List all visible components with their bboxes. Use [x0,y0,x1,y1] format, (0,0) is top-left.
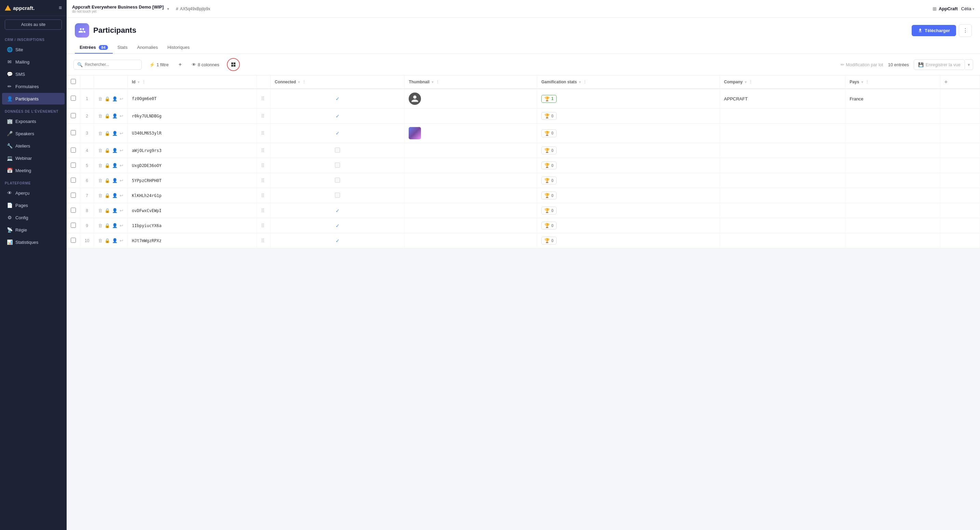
col-gamification-filter-icon[interactable]: ⋮ [583,80,587,84]
history-icon[interactable]: ↩ [119,178,123,183]
row-grid-dots[interactable]: ⠿ [257,109,270,124]
download-button[interactable]: Télécharger [912,25,956,36]
user-icon[interactable]: 👤 [112,238,118,243]
select-all-checkbox[interactable] [71,79,76,84]
columns-button[interactable]: 👁 8 colonnes [189,60,222,69]
history-icon[interactable]: ↩ [119,131,123,136]
delete-icon[interactable]: 🗑 [98,96,102,102]
row-checkbox[interactable] [71,238,76,243]
row-checkbox[interactable] [71,208,76,213]
pays-sort-icon[interactable]: ▼ [861,80,864,84]
save-view-button[interactable]: 💾 Enregistrer la vue [914,59,965,70]
hamburger-button[interactable]: ≡ [59,5,62,11]
filter-button[interactable]: ⚡ 1 filtre [146,60,171,69]
delete-icon[interactable]: 🗑 [98,148,102,153]
user-icon[interactable]: 👤 [112,113,118,119]
save-view-chevron[interactable]: ▾ [965,59,973,70]
col-company-filter-icon[interactable]: ⋮ [749,80,752,84]
tab-historiques[interactable]: Historiques [163,42,194,54]
row-grid-dots[interactable]: ⠿ [257,143,270,158]
delete-icon[interactable]: 🗑 [98,131,102,136]
lock-icon[interactable]: 🔒 [105,113,110,119]
user-icon[interactable]: 👤 [112,131,118,136]
user-icon[interactable]: 👤 [112,208,118,213]
lock-icon[interactable]: 🔒 [105,96,110,102]
col-thumbnail-filter-icon[interactable]: ⋮ [436,80,439,84]
sidebar-item-exposants[interactable]: 🏢 Exposants [2,116,65,127]
topbar-project-dropdown[interactable]: ▾ [167,6,169,11]
sidebar-item-site[interactable]: 🌐 Site [2,44,65,56]
sidebar-item-formulaires[interactable]: ✏ Formulaires [2,81,65,92]
sidebar-item-webinar[interactable]: 💻 Webinar [2,152,65,164]
row-checkbox[interactable] [71,148,76,152]
connected-checkbox[interactable] [335,193,340,198]
add-column-button[interactable]: + [176,60,184,69]
more-options-button[interactable]: ⋮ [959,24,972,37]
user-icon[interactable]: 👤 [112,223,118,228]
row-checkbox[interactable] [71,130,76,135]
grid-view-button[interactable] [227,58,240,71]
search-box[interactable]: 🔍 [73,60,142,70]
access-site-button[interactable]: Accès au site [5,19,62,30]
col-id-filter-icon[interactable]: ⋮ [142,80,146,84]
col-connected-filter-icon[interactable]: ⋮ [302,80,306,84]
row-checkbox[interactable] [71,163,76,168]
lock-icon[interactable]: 🔒 [105,193,110,198]
row-grid-dots[interactable]: ⠿ [257,188,270,203]
row-grid-dots[interactable]: ⠿ [257,233,270,248]
delete-icon[interactable]: 🗑 [98,193,102,198]
lock-icon[interactable]: 🔒 [105,238,110,243]
row-checkbox[interactable] [71,95,76,101]
row-checkbox[interactable] [71,223,76,228]
gamification-sort-icon[interactable]: ▼ [578,80,582,84]
tab-entrees[interactable]: Entrées 84 [75,42,113,54]
user-icon[interactable]: 👤 [112,96,118,102]
user-icon[interactable]: 👤 [112,148,118,153]
tab-stats[interactable]: Stats [113,42,132,54]
tab-anomalies[interactable]: Anomalies [132,42,163,54]
sidebar-item-config[interactable]: ⚙ Config [2,212,65,223]
thumbnail-sort-icon[interactable]: ▼ [431,80,434,84]
lock-icon[interactable]: 🔒 [105,131,110,136]
sidebar-item-speakers[interactable]: 🎤 Speakers [2,128,65,139]
row-checkbox[interactable] [71,178,76,183]
company-sort-icon[interactable]: ▼ [744,80,748,84]
lock-icon[interactable]: 🔒 [105,208,110,213]
row-grid-dots[interactable]: ⠿ [257,173,270,188]
history-icon[interactable]: ↩ [119,113,123,119]
connected-checkbox[interactable] [335,148,340,152]
delete-icon[interactable]: 🗑 [98,178,102,183]
sidebar-item-ateliers[interactable]: 🔧 Ateliers [2,140,65,152]
row-grid-dots[interactable]: ⠿ [257,124,270,143]
user-icon[interactable]: 👤 [112,163,118,168]
user-icon[interactable]: 👤 [112,193,118,198]
delete-icon[interactable]: 🗑 [98,223,102,228]
sidebar-item-mailing[interactable]: ✉ Mailing [2,56,65,68]
lock-icon[interactable]: 🔒 [105,223,110,228]
history-icon[interactable]: ↩ [119,96,123,102]
user-icon[interactable]: 👤 [112,178,118,183]
history-icon[interactable]: ↩ [119,193,123,198]
sidebar-item-participants[interactable]: 👤 Participants [2,93,65,105]
col-pays-filter-icon[interactable]: ⋮ [865,80,869,84]
row-checkbox[interactable] [71,193,76,198]
delete-icon[interactable]: 🗑 [98,113,102,119]
row-grid-dots[interactable]: ⠿ [257,218,270,233]
connected-checkbox[interactable] [335,178,340,183]
sidebar-item-apercu[interactable]: 👁 Aperçu [2,187,65,199]
sidebar-item-meeting[interactable]: 📅 Meeting [2,165,65,176]
lock-icon[interactable]: 🔒 [105,178,110,183]
row-checkbox[interactable] [71,113,76,118]
delete-icon[interactable]: 🗑 [98,238,102,243]
history-icon[interactable]: ↩ [119,223,123,228]
history-icon[interactable]: ↩ [119,208,123,213]
sidebar-item-sms[interactable]: 💬 SMS [2,68,65,80]
delete-icon[interactable]: 🗑 [98,163,102,168]
connected-checkbox[interactable] [335,163,340,168]
history-icon[interactable]: ↩ [119,238,123,243]
topbar-user-menu[interactable]: Célia ▾ [961,6,975,11]
row-grid-dots[interactable]: ⠿ [257,203,270,218]
row-grid-dots[interactable]: ⠿ [257,89,270,109]
lock-icon[interactable]: 🔒 [105,148,110,153]
lock-icon[interactable]: 🔒 [105,163,110,168]
